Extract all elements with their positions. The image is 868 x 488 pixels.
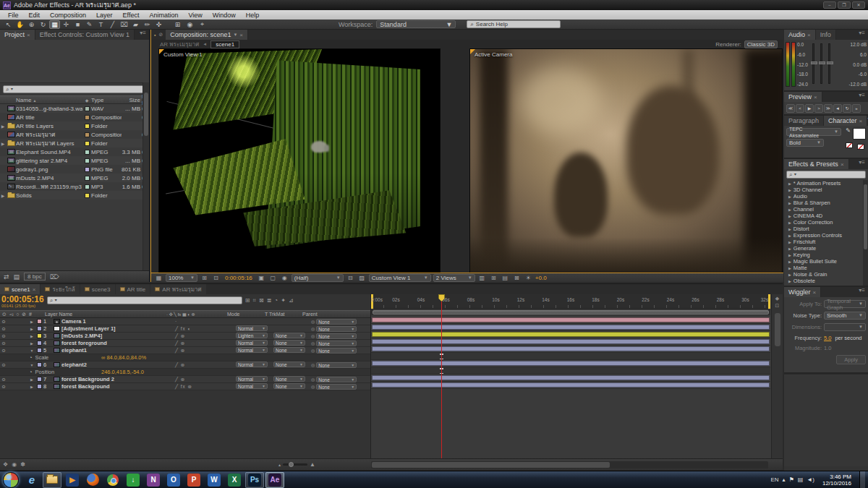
label-swatch[interactable] bbox=[82, 193, 91, 198]
layer-track-lane[interactable] bbox=[371, 346, 770, 353]
layer-name-header[interactable]: Layer Name bbox=[45, 312, 166, 317]
last-frame-button[interactable]: ≫ bbox=[824, 104, 833, 113]
pickwhip-icon[interactable]: ◎ bbox=[311, 384, 315, 389]
close-icon[interactable]: × bbox=[807, 32, 811, 38]
label-swatch[interactable] bbox=[82, 167, 91, 172]
pan-behind-tool[interactable]: ✛ bbox=[61, 20, 72, 29]
property-track-lane[interactable] bbox=[371, 367, 770, 374]
layer-duration-bar[interactable] bbox=[372, 332, 770, 337]
effect-category[interactable]: ▶3D Channel bbox=[784, 187, 868, 193]
project-bit-depth[interactable]: 8 bpc bbox=[24, 273, 46, 281]
label-swatch[interactable] bbox=[82, 150, 91, 155]
volume-icon[interactable]: ◄) bbox=[807, 476, 814, 483]
renderer-button[interactable]: Classic 3D bbox=[744, 40, 778, 48]
trkmat-dropdown[interactable]: None▼ bbox=[273, 340, 311, 346]
mode-header[interactable]: Mode bbox=[227, 312, 265, 317]
mode-dropdown[interactable]: Normal▼ bbox=[236, 361, 273, 368]
timeline-tab-ar-[interactable]: AR พระเมรุมาศ bbox=[150, 284, 205, 294]
menu-layer[interactable]: Layer bbox=[91, 12, 118, 19]
taskbar-media-player[interactable]: ▶ bbox=[63, 472, 82, 488]
pickwhip-icon[interactable]: ◎ bbox=[311, 348, 315, 353]
layer-switches[interactable]: ╱ fx ⊛ bbox=[175, 384, 236, 390]
no-fill-swatch[interactable] bbox=[846, 142, 853, 148]
label-swatch[interactable] bbox=[82, 115, 91, 120]
project-item[interactable]: ▶SolidsFolder bbox=[0, 191, 149, 200]
parent-header[interactable]: Parent bbox=[302, 312, 360, 317]
layer-label-swatch[interactable] bbox=[35, 341, 43, 346]
layer-row[interactable]: ⊙▶7forest Background 2╱ ⊛Normal▼None▼◎No… bbox=[0, 376, 370, 383]
panel-menu-icon[interactable]: ▾≡ bbox=[140, 30, 149, 40]
close-icon[interactable]: × bbox=[239, 32, 243, 38]
layer-row[interactable]: ⊙▶8forest Background╱ fx ⊛Normal▼None▼◎N… bbox=[0, 383, 370, 390]
minimize-button[interactable]: – bbox=[823, 1, 836, 9]
panel-menu-icon[interactable]: ▾≡ bbox=[859, 287, 868, 297]
audio-sliders[interactable] bbox=[809, 42, 832, 88]
effect-category[interactable]: ▶Audio bbox=[784, 193, 868, 200]
timeline-tab--[interactable]: ระยะใกล้ bbox=[41, 284, 79, 294]
project-item[interactable]: Recordi...พท 231159.mp3MP31.6 MB0: bbox=[0, 182, 149, 191]
taskbar-chrome[interactable] bbox=[103, 472, 122, 488]
fill-stroke-swatches[interactable] bbox=[844, 128, 866, 154]
menu-composition[interactable]: Composition bbox=[45, 12, 91, 19]
expand-arrow-icon[interactable]: ▼ bbox=[29, 348, 35, 353]
viewer-label[interactable]: Custom View 1 bbox=[163, 51, 203, 58]
tray-expand-icon[interactable]: ▴ bbox=[783, 476, 786, 483]
layer-track-lane[interactable] bbox=[371, 324, 770, 331]
pickwhip-icon[interactable]: ◎ bbox=[311, 319, 315, 324]
expand-icon[interactable]: ▶ bbox=[788, 279, 791, 283]
mode-dropdown[interactable]: Normal▼ bbox=[236, 383, 273, 390]
pickwhip-icon[interactable]: ◎ bbox=[311, 362, 315, 367]
effect-category[interactable]: ▶Frischluft bbox=[784, 239, 868, 245]
channels-icon[interactable]: ◉ bbox=[280, 275, 289, 281]
prev-frame-button[interactable]: < bbox=[796, 104, 804, 113]
property-row[interactable]: ◔Scale∞ 84.0,84.0,84.0% bbox=[0, 354, 370, 361]
layer-row[interactable]: ⊙▶2[Adjustment Layer 1]╱ fx ◐Normal▼◎Non… bbox=[0, 325, 370, 333]
parent-dropdown[interactable]: ◎None▼ bbox=[311, 348, 369, 354]
fill-color-swatch[interactable] bbox=[853, 128, 866, 140]
layer-track-lane[interactable] bbox=[371, 338, 770, 346]
zoom-out-mountain-icon[interactable]: ▴ bbox=[278, 462, 281, 467]
timeline-vscrollbar[interactable] bbox=[775, 313, 780, 346]
loop-button[interactable]: ↻ bbox=[843, 104, 851, 113]
play-button[interactable]: ▶ bbox=[805, 104, 814, 113]
parent-dropdown[interactable]: ◎None▼ bbox=[311, 377, 369, 382]
property-name-cell[interactable]: ◔Scale bbox=[7, 354, 101, 361]
expand-icon[interactable]: ▶ bbox=[788, 188, 791, 192]
graph-editor-icon[interactable]: ⊿ bbox=[289, 297, 294, 304]
expand-icon[interactable]: ▶ bbox=[0, 193, 6, 198]
menu-window[interactable]: Window bbox=[208, 12, 241, 19]
expand-arrow-icon[interactable]: ▶ bbox=[29, 327, 35, 331]
layer-duration-bar[interactable] bbox=[372, 375, 770, 380]
parent-dropdown[interactable]: ◎None▼ bbox=[311, 326, 369, 332]
taskbar-onenote[interactable]: N bbox=[144, 472, 163, 488]
expand-arrow-icon[interactable]: ▼ bbox=[29, 363, 35, 367]
label-swatch[interactable] bbox=[82, 132, 91, 137]
tab-preview[interactable]: Preview× bbox=[784, 92, 822, 102]
local-axis-mode-icon[interactable]: ⊞ bbox=[172, 20, 183, 29]
viewer-label[interactable]: Active Camera bbox=[475, 51, 512, 58]
mode-dropdown[interactable]: Normal▼ bbox=[236, 340, 273, 346]
eye-icon[interactable]: ⊙ bbox=[0, 341, 7, 346]
mode-dropdown[interactable]: Normal▼ bbox=[236, 325, 273, 332]
interpret-footage-icon[interactable]: ⇄ bbox=[4, 273, 9, 281]
timeline-search-input[interactable]: ⌕ ▾ bbox=[47, 296, 242, 304]
project-search-input[interactable]: ⌕ ▾ bbox=[3, 85, 146, 93]
expand-icon[interactable]: ▶ bbox=[788, 273, 791, 277]
network-icon[interactable]: ▤ bbox=[798, 476, 804, 483]
workspace-dropdown[interactable]: Standard▼ bbox=[376, 20, 456, 28]
timeline-current-time[interactable]: 0:00:05:16 bbox=[1, 296, 44, 304]
effect-category[interactable]: ▶Obsolete bbox=[784, 278, 868, 284]
layer-name[interactable]: Camera 1 bbox=[61, 318, 175, 325]
timeline-column-header[interactable]: ⊙ ◅ ○ ⊘ # Layer Name · ✣ ╲ fx ▦ ◐ ⊛ Mode… bbox=[0, 310, 370, 318]
project-item[interactable]: godray1.pngPNG file801 KB bbox=[0, 165, 149, 174]
expand-icon[interactable]: ▶ bbox=[788, 260, 791, 264]
trkmat-dropdown[interactable]: None▼ bbox=[273, 347, 311, 354]
language-indicator[interactable]: EN bbox=[770, 476, 778, 483]
work-area-end-marker[interactable] bbox=[768, 294, 770, 309]
close-icon[interactable]: × bbox=[814, 94, 817, 100]
eye-icon[interactable]: ⊙ bbox=[0, 326, 7, 331]
menu-edit[interactable]: Edit bbox=[24, 12, 46, 19]
effect-category[interactable]: ▶Generate bbox=[784, 245, 868, 252]
show-snapshot-icon[interactable]: ▢ bbox=[268, 275, 278, 281]
layer-switches[interactable]: ╱ fx ◐ bbox=[175, 326, 236, 332]
